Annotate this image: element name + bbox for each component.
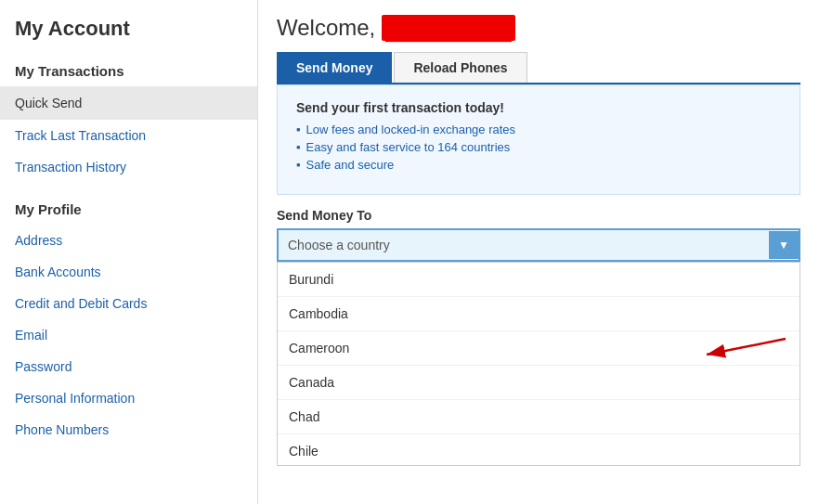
send-money-to-label: Send Money To — [277, 208, 800, 223]
promo-list: Low fees and locked-in exchange rates Ea… — [296, 123, 781, 172]
sidebar-section-my-transactions: My Transactions — [0, 54, 257, 86]
red-arrow-annotation — [697, 334, 790, 362]
dropdown-item-cambodia[interactable]: Cambodia — [278, 297, 800, 331]
dropdown-item-chile[interactable]: Chile — [278, 434, 800, 466]
country-placeholder-text: Choose a country — [279, 230, 769, 260]
main-content: Welcome, ████████ Send Money Reload Phon… — [258, 0, 819, 504]
country-dropdown-list[interactable]: Burundi Cambodia Cameroon Canada Chad — [277, 262, 800, 466]
sidebar-item-track-last-transaction[interactable]: Track Last Transaction — [0, 120, 257, 151]
sidebar-item-personal-information[interactable]: Personal Information — [0, 382, 257, 414]
tabs-container: Send Money Reload Phones — [277, 52, 800, 84]
tab-send-money[interactable]: Send Money — [277, 52, 392, 83]
svg-line-1 — [707, 339, 786, 355]
tab-reload-phones[interactable]: Reload Phones — [394, 52, 526, 83]
sidebar-item-email[interactable]: Email — [0, 319, 257, 351]
sidebar-item-phone-numbers[interactable]: Phone Numbers — [0, 414, 257, 446]
sidebar-item-password[interactable]: Password — [0, 351, 257, 382]
sidebar-item-credit-debit-cards[interactable]: Credit and Debit Cards — [0, 288, 257, 319]
welcome-text: Welcome, — [277, 15, 375, 40]
sidebar-section-my-profile: My Profile — [0, 192, 257, 225]
sidebar-item-transaction-history[interactable]: Transaction History — [0, 151, 257, 183]
dropdown-item-burundi[interactable]: Burundi — [278, 263, 800, 297]
sidebar-item-quick-send[interactable]: Quick Send — [0, 86, 257, 120]
sidebar-item-bank-accounts[interactable]: Bank Accounts — [0, 256, 257, 288]
promo-item-0: Low fees and locked-in exchange rates — [296, 123, 781, 136]
send-money-section: Send Money To Choose a country ▼ — [277, 195, 800, 262]
promo-item-1: Easy and fast service to 164 countries — [296, 140, 781, 154]
dropdown-item-cameroon[interactable]: Cameroon — [278, 331, 800, 366]
dropdown-item-canada[interactable]: Canada — [278, 366, 800, 400]
dropdown-arrow-icon: ▼ — [778, 239, 789, 252]
welcome-name: ████████ — [382, 15, 515, 41]
promo-title: Send your first transaction today! — [296, 100, 781, 115]
promo-box: Send your first transaction today! Low f… — [277, 84, 800, 195]
sidebar-item-address[interactable]: Address — [0, 225, 257, 256]
sidebar: My Account My Transactions Quick Send Tr… — [0, 0, 258, 504]
country-dropdown-button[interactable]: ▼ — [769, 231, 799, 259]
welcome-header: Welcome, ████████ — [258, 0, 819, 52]
country-selector[interactable]: Choose a country ▼ — [277, 228, 800, 262]
promo-item-2: Safe and secure — [296, 158, 781, 172]
sidebar-title: My Account — [0, 0, 257, 54]
dropdown-item-chad[interactable]: Chad — [278, 400, 800, 434]
